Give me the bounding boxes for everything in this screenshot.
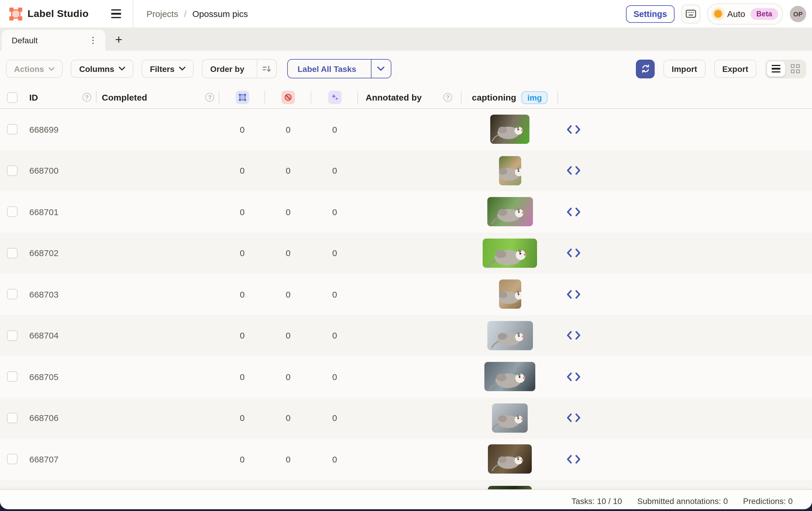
show-task-source-button[interactable] (565, 206, 582, 217)
predictions-count-cell: 0 (311, 109, 358, 150)
columns-dropdown[interactable]: Columns (71, 60, 134, 78)
task-id (23, 480, 96, 489)
menu-hamburger-icon[interactable] (107, 5, 125, 23)
sort-direction-button[interactable] (257, 60, 276, 78)
row-checkbox[interactable] (7, 289, 18, 300)
id-help-icon[interactable]: ? (83, 93, 91, 102)
user-avatar[interactable]: OP (790, 5, 806, 22)
show-task-source-button[interactable] (565, 454, 582, 465)
task-id: 668701 (23, 191, 96, 232)
row-checkbox[interactable] (7, 248, 18, 259)
actions-label: Actions (14, 64, 44, 73)
tab-default-label: Default (12, 36, 38, 45)
auto-mode-toggle[interactable]: Auto Beta (707, 3, 783, 24)
refresh-button[interactable] (636, 59, 655, 78)
task-id: 668703 (23, 274, 96, 315)
filters-dropdown[interactable]: Filters (142, 60, 194, 78)
auto-label: Auto (727, 9, 745, 19)
table-row[interactable]: 668703 0 0 0 (0, 274, 812, 315)
show-task-source-button[interactable] (565, 124, 582, 135)
row-checkbox[interactable] (7, 207, 18, 217)
show-task-source-button[interactable] (565, 371, 582, 382)
cancelled-annotations-column-icon[interactable] (281, 91, 295, 104)
column-header-completed[interactable]: Completed (102, 92, 147, 102)
task-thumbnail[interactable] (484, 362, 535, 391)
predictions-count-cell: 0 (311, 274, 358, 315)
completed-help-icon[interactable]: ? (205, 93, 214, 102)
predictions-count-cell (311, 480, 358, 489)
annotations-count-cell: 0 (220, 150, 265, 191)
annotations-count-column-icon[interactable] (235, 91, 249, 104)
tab-default[interactable]: Default (2, 30, 105, 51)
settings-button[interactable]: Settings (626, 5, 674, 23)
task-thumbnail[interactable] (488, 486, 532, 490)
actions-dropdown[interactable]: Actions (6, 60, 63, 78)
code-brackets-icon (566, 249, 581, 258)
task-thumbnail[interactable] (499, 280, 521, 309)
code-brackets-icon (566, 414, 581, 422)
code-brackets-icon (566, 290, 581, 299)
row-checkbox[interactable] (7, 413, 18, 423)
list-view-button[interactable] (767, 61, 785, 76)
import-button[interactable]: Import (663, 60, 705, 78)
annotated-by-help-icon[interactable]: ? (443, 93, 452, 102)
annotated-by-cell (358, 274, 462, 315)
predictions-column-icon[interactable] (328, 91, 341, 104)
breadcrumb-projects-link[interactable]: Projects (147, 9, 178, 19)
order-by-control: Order by (202, 59, 277, 78)
opossum-photo-placeholder (499, 280, 521, 309)
cancelled-count-cell: 0 (265, 191, 311, 232)
img-type-badge: img (522, 91, 548, 104)
show-task-source-button[interactable] (565, 413, 582, 424)
task-thumbnail[interactable] (499, 156, 521, 185)
table-row[interactable]: 668707 0 0 0 (0, 439, 812, 480)
row-checkbox[interactable] (7, 330, 18, 341)
annotations-count-cell: 0 (220, 109, 265, 150)
add-tab-button[interactable]: + (110, 30, 127, 51)
cancelled-count-cell: 0 (265, 274, 311, 315)
show-task-source-button[interactable] (565, 248, 582, 259)
task-thumbnail[interactable] (487, 197, 533, 227)
sync-refresh-icon (640, 64, 650, 74)
column-header-source (558, 87, 812, 108)
label-all-tasks-dropdown[interactable] (371, 60, 391, 78)
table-row[interactable]: 668699 0 0 0 (0, 109, 812, 150)
row-checkbox[interactable] (7, 371, 18, 382)
cancelled-count-cell: 0 (265, 439, 311, 480)
code-brackets-icon (566, 331, 581, 340)
task-thumbnail[interactable] (492, 403, 528, 433)
row-checkbox[interactable] (7, 166, 18, 176)
column-header-captioning[interactable]: captioning (472, 92, 516, 102)
table-row[interactable]: 668700 0 0 0 (0, 150, 812, 191)
annotated-by-cell (358, 356, 462, 397)
table-row[interactable]: 668706 0 0 0 (0, 397, 812, 439)
task-thumbnail[interactable] (490, 115, 529, 144)
grid-view-button[interactable] (786, 61, 804, 76)
row-checkbox[interactable] (7, 454, 18, 464)
table-row[interactable] (0, 480, 812, 489)
task-thumbnail[interactable] (483, 239, 537, 268)
show-task-source-button[interactable] (565, 165, 582, 176)
tab-options-kebab-icon[interactable] (87, 34, 99, 47)
label-all-tasks-button[interactable]: Label All Tasks (288, 60, 366, 78)
filters-label: Filters (150, 64, 174, 73)
table-row[interactable]: 668701 0 0 0 (0, 191, 812, 232)
code-brackets-icon (566, 166, 581, 175)
show-task-source-button[interactable] (565, 289, 582, 300)
cancelled-count-cell: 0 (265, 356, 311, 397)
task-id: 668707 (23, 439, 96, 480)
row-checkbox[interactable] (7, 124, 18, 135)
keyboard-shortcuts-button[interactable] (682, 4, 700, 23)
task-thumbnail[interactable] (488, 445, 532, 474)
order-by-button[interactable]: Order by (203, 60, 252, 78)
table-row[interactable]: 668704 0 0 0 (0, 315, 812, 356)
label-studio-logo[interactable]: Label Studio (9, 7, 89, 20)
export-button[interactable]: Export (714, 60, 756, 78)
column-header-annotated-by[interactable]: Annotated by (366, 92, 422, 102)
table-row[interactable]: 668702 0 0 0 (0, 232, 812, 274)
column-header-id[interactable]: ID (29, 92, 38, 102)
select-all-checkbox[interactable] (7, 92, 18, 102)
task-thumbnail[interactable] (487, 321, 533, 350)
show-task-source-button[interactable] (565, 330, 582, 341)
table-row[interactable]: 668705 0 0 0 (0, 356, 812, 397)
